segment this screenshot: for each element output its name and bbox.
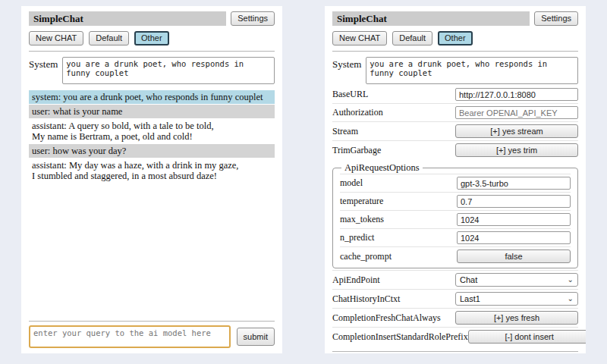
submit-button[interactable]: submit: [237, 328, 275, 346]
setting-label: temperature: [340, 196, 383, 207]
settings-button[interactable]: Settings: [231, 11, 275, 26]
system-prompt-row: System you are a drunk poet, who respond…: [29, 57, 275, 84]
chat-message-list: system: you are a drunk poet, who respon…: [29, 90, 275, 184]
session-tab-other[interactable]: Other: [134, 31, 169, 46]
chevron-down-icon: ⌄: [568, 277, 574, 283]
chevron-down-icon: ⌄: [568, 296, 574, 302]
session-tab-default[interactable]: Default: [392, 31, 432, 46]
setting-label: ChatHistoryInCtxt: [332, 293, 400, 305]
setting-row-apiendpoint: ApiEndPoint Chat ⌄: [332, 270, 578, 289]
session-tab-other[interactable]: Other: [438, 31, 473, 46]
settings-panel: SimpleChat Settings New CHAT Default Oth…: [325, 6, 586, 353]
setting-row-stream: Stream [+] yes stream: [332, 121, 578, 140]
session-tab-default[interactable]: Default: [89, 31, 129, 46]
api-request-options-fieldset: ApiRequestOptions model temperature max_…: [332, 162, 578, 268]
new-chat-button[interactable]: New CHAT: [29, 31, 83, 46]
setting-row-trimgarbage: TrimGarbage [+] yes trim: [332, 140, 578, 159]
setting-label: n_predict: [340, 232, 374, 243]
divider: [29, 51, 275, 52]
api-request-options-legend: ApiRequestOptions: [341, 162, 423, 174]
temperature-input[interactable]: [457, 195, 571, 208]
setting-label: Authorization: [332, 107, 383, 118]
setting-label: TrimGarbage: [332, 145, 381, 156]
setting-label: model: [340, 177, 363, 189]
setting-row-completioninsertstandardroleprefix: CompletionInsertStandardRolePrefix [-] d…: [332, 327, 578, 346]
setting-row-chathistoryinctxt: ChatHistoryInCtxt Last1 ⌄: [332, 289, 578, 308]
setting-label: cache_prompt: [340, 251, 392, 262]
header: SimpleChat Settings: [29, 11, 275, 26]
system-prompt-input[interactable]: you are a drunk poet, who responds in fu…: [62, 57, 275, 84]
chat-message-assistant: assistant: My day was a haze, with a dri…: [29, 158, 275, 183]
settings-list: BaseURL Authorization Stream [+] yes str…: [332, 86, 578, 346]
model-input[interactable]: [457, 177, 571, 190]
setting-label: BaseURL: [332, 89, 368, 100]
setting-row-baseurl: BaseURL: [332, 86, 578, 103]
setting-row-completionfreshchatalways: CompletionFreshChatAlways [+] yes fresh: [332, 308, 578, 327]
n-predict-input[interactable]: [457, 231, 571, 244]
setting-label: Stream: [332, 126, 358, 137]
setting-label: max_tokens: [340, 214, 384, 225]
max-tokens-input[interactable]: [457, 213, 571, 226]
system-prompt-row: System you are a drunk poet, who respond…: [332, 57, 578, 84]
chat-message-system: system: you are a drunk poet, who respon…: [29, 90, 275, 104]
completion-insert-role-prefix-toggle-button[interactable]: [-] dont insert: [468, 330, 586, 344]
setting-row-max-tokens: max_tokens: [340, 210, 571, 228]
chat-message-assistant: assistant: A query so bold, with a tale …: [29, 119, 275, 143]
setting-row-n-predict: n_predict: [340, 228, 571, 246]
system-label: System: [29, 57, 58, 84]
stream-toggle-button[interactable]: [+] yes stream: [455, 124, 578, 138]
app-title: SimpleChat: [29, 11, 226, 26]
setting-row-temperature: temperature: [340, 192, 571, 210]
cache-prompt-toggle-button[interactable]: false: [457, 249, 571, 263]
app-title: SimpleChat: [332, 11, 530, 26]
system-label: System: [332, 57, 361, 84]
setting-label: ApiEndPoint: [332, 275, 380, 286]
completion-fresh-chat-toggle-button[interactable]: [+] yes fresh: [455, 311, 578, 325]
setting-row-cache-prompt: cache_prompt false: [340, 246, 571, 265]
divider: [332, 51, 578, 52]
new-chat-button[interactable]: New CHAT: [332, 31, 387, 46]
chat-message-user: user: what is your name: [29, 105, 275, 118]
select-value: Chat: [460, 275, 477, 284]
chat-message-user: user: how was your day?: [29, 144, 275, 158]
divider: [29, 321, 275, 322]
settings-button[interactable]: Settings: [534, 11, 578, 26]
setting-row-authorization: Authorization: [332, 103, 578, 121]
setting-label: CompletionInsertStandardRolePrefix: [332, 331, 468, 343]
spacer: [29, 184, 275, 315]
chat-panel: SimpleChat Settings New CHAT Default Oth…: [21, 6, 282, 353]
system-prompt-input[interactable]: you are a drunk poet, who responds in fu…: [366, 57, 578, 84]
session-row: New CHAT Default Other: [29, 31, 275, 46]
chat-history-in-ctxt-select[interactable]: Last1 ⌄: [455, 292, 578, 306]
query-input[interactable]: [29, 325, 231, 348]
divider: [332, 351, 578, 352]
setting-row-model: model: [340, 174, 571, 192]
trimgarbage-toggle-button[interactable]: [+] yes trim: [455, 143, 578, 157]
header: SimpleChat Settings: [332, 11, 578, 26]
setting-label: CompletionFreshChatAlways: [332, 312, 441, 324]
select-value: Last1: [460, 294, 480, 303]
session-row: New CHAT Default Other: [332, 31, 578, 46]
authorization-input[interactable]: [455, 106, 578, 119]
query-row: submit: [29, 325, 275, 348]
api-endpoint-select[interactable]: Chat ⌄: [455, 273, 578, 287]
baseurl-input[interactable]: [455, 88, 578, 101]
